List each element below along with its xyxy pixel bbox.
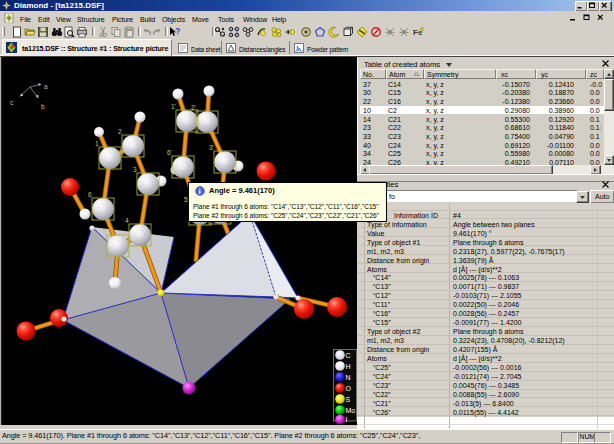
- svg-text:1': 1': [171, 103, 176, 110]
- svg-text:I: I: [346, 416, 348, 423]
- svg-text:Mo: Mo: [346, 407, 356, 414]
- svg-text:5: 5: [103, 228, 107, 235]
- svg-text:C: C: [346, 352, 351, 359]
- svg-text:O: O: [346, 385, 352, 392]
- svg-text:2': 2': [191, 104, 196, 111]
- svg-text:?: ?: [175, 26, 180, 36]
- svg-text:3': 3': [209, 144, 214, 151]
- svg-text:2: 2: [118, 128, 122, 135]
- svg-text:3: 3: [133, 166, 137, 173]
- svg-text:i: i: [199, 187, 201, 196]
- svg-text:b: b: [41, 103, 45, 110]
- svg-text:H: H: [346, 363, 351, 370]
- svg-text:1: 1: [95, 140, 99, 147]
- svg-text:S: S: [346, 396, 351, 403]
- svg-text:a: a: [44, 83, 48, 90]
- svg-text:6: 6: [88, 191, 92, 198]
- svg-text:6': 6': [167, 149, 172, 156]
- svg-text:N: N: [346, 374, 351, 381]
- svg-text:4: 4: [125, 217, 129, 224]
